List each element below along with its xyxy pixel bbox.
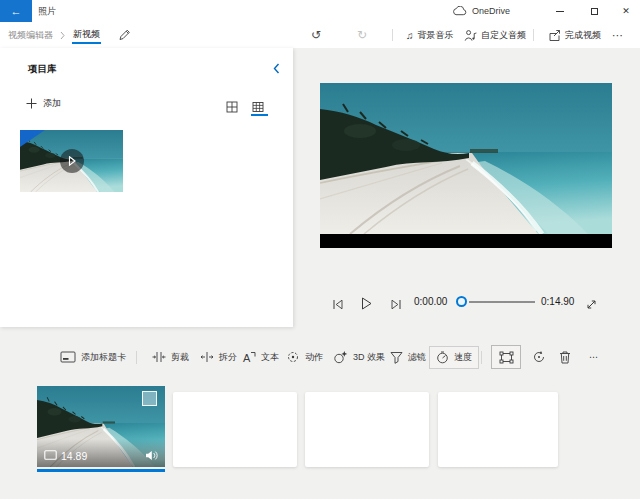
- svg-text:A: A: [243, 352, 251, 364]
- rotate-icon: [532, 350, 546, 364]
- more-icon: ⋯: [612, 29, 624, 42]
- added-to-timeline-badge: [20, 130, 45, 147]
- separator: [533, 29, 534, 41]
- chevron-right-icon: [60, 31, 65, 40]
- background-music-label: 背景音乐: [418, 29, 454, 42]
- app-title: 照片: [38, 0, 56, 22]
- resize-crop-icon: [499, 351, 514, 364]
- trim-button[interactable]: 剪裁: [152, 345, 189, 369]
- seek-slider-track[interactable]: [469, 301, 535, 303]
- detail-view-icon: [252, 101, 264, 113]
- play-overlay-button[interactable]: [60, 149, 84, 173]
- undo-button[interactable]: ↺: [306, 22, 326, 48]
- minimize-button[interactable]: [548, 0, 572, 22]
- video-preview-frame: [320, 83, 612, 234]
- speed-button[interactable]: 速度: [429, 346, 479, 369]
- music-note-icon: ♫: [406, 30, 414, 41]
- trim-icon: [152, 350, 166, 364]
- next-frame-button[interactable]: [388, 296, 404, 312]
- photos-video-editor-window: ← 照片 OneDrive ✕ 视频编辑器 新视频 ↺ ↻: [0, 0, 640, 499]
- maximize-button[interactable]: [582, 0, 606, 22]
- add-title-card-label: 添加标题卡: [81, 351, 126, 364]
- fullscreen-button[interactable]: [583, 296, 599, 312]
- text-button[interactable]: A 文本: [242, 345, 279, 369]
- custom-audio-label: 自定义音频: [481, 29, 526, 42]
- undo-icon: ↺: [311, 28, 321, 42]
- volume-icon[interactable]: [145, 450, 158, 461]
- timeline-empty-slot: [305, 392, 429, 467]
- breadcrumb-video-editor[interactable]: 视频编辑器: [8, 29, 53, 42]
- motion-button[interactable]: 动作: [286, 345, 323, 369]
- speed-icon: [436, 351, 449, 364]
- add-label: 添加: [43, 97, 61, 110]
- speed-label: 速度: [454, 351, 472, 364]
- plus-icon: [26, 98, 37, 109]
- split-button[interactable]: 拆分: [200, 345, 237, 369]
- play-icon: [361, 297, 372, 310]
- add-title-card-button[interactable]: 添加标题卡: [60, 345, 126, 369]
- close-icon: ✕: [622, 6, 630, 16]
- export-icon: [548, 29, 561, 42]
- grid-view-button[interactable]: [224, 99, 240, 115]
- expand-icon: [586, 299, 597, 310]
- clip-checkbox[interactable]: [142, 391, 157, 406]
- close-button[interactable]: ✕: [614, 0, 638, 22]
- redo-button[interactable]: ↻: [352, 22, 372, 48]
- separator: [481, 351, 482, 364]
- library-video-thumbnail[interactable]: [20, 130, 123, 192]
- add-media-button[interactable]: 添加: [26, 97, 61, 110]
- see-more-button[interactable]: ⋯: [612, 22, 624, 48]
- maximize-icon: [591, 8, 598, 15]
- finish-video-button[interactable]: 完成视频: [548, 22, 601, 48]
- motion-label: 动作: [305, 351, 323, 364]
- clip-selection-indicator: [37, 469, 165, 472]
- chevron-left-icon: [273, 63, 280, 74]
- 3d-effects-label: 3D 效果: [353, 351, 385, 364]
- custom-audio-button[interactable]: 自定义音频: [464, 22, 526, 48]
- previous-frame-icon: [332, 299, 344, 310]
- filter-funnel-icon: [390, 351, 403, 364]
- toolbar-more-button[interactable]: ⋯: [584, 345, 604, 369]
- back-button[interactable]: ←: [0, 0, 32, 22]
- collapse-panel-button[interactable]: [273, 63, 280, 74]
- title-card-icon: [60, 351, 76, 363]
- timeline-empty-slot: [173, 392, 297, 467]
- back-arrow-icon: ←: [11, 5, 22, 17]
- breadcrumb: 视频编辑器 新视频: [8, 22, 130, 48]
- minimize-icon: [556, 11, 564, 12]
- project-library-panel: 项目库 添加: [0, 48, 293, 327]
- onedrive-button[interactable]: OneDrive: [452, 0, 510, 22]
- redo-icon: ↻: [357, 28, 367, 42]
- background-music-button[interactable]: ♫ 背景音乐: [406, 22, 454, 48]
- 3d-effects-button[interactable]: 3D 效果: [333, 345, 385, 369]
- text-icon: A: [242, 351, 256, 364]
- onedrive-label: OneDrive: [472, 6, 510, 16]
- text-label: 文本: [261, 351, 279, 364]
- timeline-clip[interactable]: 14.89: [37, 386, 165, 467]
- detail-view-button[interactable]: [250, 99, 266, 115]
- rotate-button[interactable]: [531, 345, 547, 369]
- filters-button[interactable]: 滤镜: [390, 345, 426, 369]
- clip-duration-icon: [44, 450, 57, 460]
- pencil-icon: [118, 29, 130, 41]
- delete-button[interactable]: [557, 345, 573, 369]
- timeline-empty-slot: [438, 392, 558, 467]
- cloud-icon: [452, 6, 467, 16]
- play-button[interactable]: [358, 295, 374, 311]
- trash-icon: [559, 350, 571, 364]
- project-title: 新视频: [72, 26, 101, 44]
- selected-view-underline: [251, 114, 268, 116]
- previous-frame-button[interactable]: [330, 296, 346, 312]
- trim-label: 剪裁: [171, 351, 189, 364]
- 3d-effects-icon: [333, 350, 348, 364]
- rename-button[interactable]: [118, 29, 130, 41]
- library-title: 项目库: [28, 63, 57, 76]
- split-label: 拆分: [219, 351, 237, 364]
- resize-button[interactable]: [491, 345, 521, 369]
- grid-view-icon: [226, 101, 238, 113]
- command-bar: 视频编辑器 新视频 ↺ ↻ ♫ 背景音乐 自定义音频: [0, 22, 640, 48]
- total-time: 0:14.90: [541, 296, 574, 307]
- filters-label: 滤镜: [408, 351, 426, 364]
- seek-slider-thumb[interactable]: [456, 296, 467, 307]
- video-preview: [320, 83, 612, 248]
